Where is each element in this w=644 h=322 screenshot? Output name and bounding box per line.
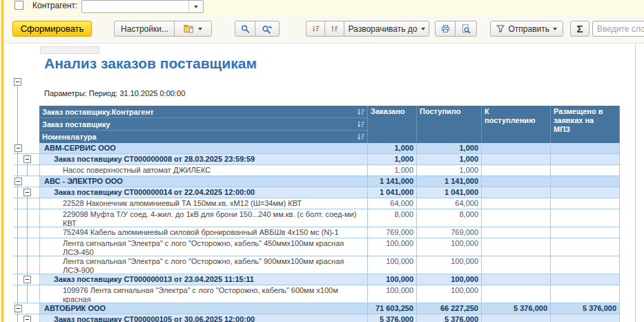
- row-ordered-cell[interactable]: 1 041,000: [367, 187, 416, 198]
- panel-splitter[interactable]: [0, 0, 6, 322]
- row-to-receive-cell[interactable]: [481, 154, 550, 164]
- expand-to-button[interactable]: Разворачивать до: [344, 21, 429, 37]
- row-to-receive-cell[interactable]: [481, 227, 550, 238]
- row-name-cell[interactable]: 229098 Муфта Т/У соед. 4-жил. до 1кВ для…: [39, 209, 367, 227]
- row-placed-cell[interactable]: [550, 187, 620, 198]
- row-to-receive-cell[interactable]: [481, 285, 550, 303]
- row-placed-cell[interactable]: [550, 154, 620, 164]
- header-to-receive[interactable]: К поступлению: [481, 106, 550, 143]
- table-row[interactable]: АВС - ЭЛЕКТРО ООО 1 141,000 1 141,000: [14, 176, 620, 187]
- collapse-group-button[interactable]: [14, 305, 22, 312]
- header-placed-in-requests[interactable]: Размещено в заявках на МПЗ: [550, 106, 620, 143]
- row-to-receive-cell[interactable]: [481, 187, 550, 198]
- print-button[interactable]: [435, 21, 456, 37]
- row-placed-cell[interactable]: [550, 143, 620, 153]
- row-received-cell[interactable]: 1 141,000: [416, 176, 481, 187]
- row-name-cell[interactable]: 22528 Наконечник алюминиевый ТА 150мм.кв…: [39, 198, 367, 209]
- header-received[interactable]: Поступило: [416, 106, 481, 143]
- sort-icon[interactable]: [357, 133, 365, 141]
- row-to-receive-cell[interactable]: [481, 314, 550, 322]
- row-ordered-cell[interactable]: 769,000: [367, 227, 416, 238]
- active-cell-cursor[interactable]: [40, 46, 99, 54]
- row-name-cell[interactable]: Заказ поставщику СТ000000014 от 22.04.20…: [39, 187, 367, 198]
- table-row[interactable]: 229098 Муфта Т/У соед. 4-жил. до 1кВ для…: [14, 209, 620, 227]
- row-placed-cell[interactable]: [550, 209, 620, 227]
- row-to-receive-cell[interactable]: 5 376,000: [481, 303, 550, 314]
- send-button[interactable]: Отправить: [490, 21, 563, 37]
- row-name-cell[interactable]: АВС - ЭЛЕКТРО ООО: [39, 176, 367, 187]
- table-row[interactable]: АВТОБРИК ООО 71 603,250 66 227,250 5 376…: [14, 303, 620, 314]
- row-name-cell[interactable]: Заказ поставщику СТ000000105 от 30.06.20…: [39, 314, 367, 322]
- row-placed-cell[interactable]: [550, 227, 620, 238]
- row-ordered-cell[interactable]: 1,000: [367, 143, 416, 153]
- collapse-group-button[interactable]: [23, 276, 31, 283]
- table-row[interactable]: АВМ-СЕРВИС ООО 1,000 1,000: [14, 143, 620, 154]
- row-received-cell[interactable]: 8,000: [416, 209, 481, 227]
- table-row[interactable]: Заказ поставщику СТ000000008 от 28.03.20…: [14, 154, 620, 165]
- row-name-cell[interactable]: АВМ-СЕРВИС ООО: [39, 143, 367, 153]
- table-row[interactable]: Лента сигнальная "Электра" с лого "Остор…: [14, 238, 620, 256]
- row-placed-cell[interactable]: [550, 314, 620, 322]
- row-received-cell[interactable]: 64,000: [416, 198, 481, 209]
- row-to-receive-cell[interactable]: [481, 165, 550, 176]
- row-ordered-cell[interactable]: 1 141,000: [367, 176, 416, 187]
- search-button[interactable]: [235, 21, 256, 37]
- sort-icon[interactable]: [357, 120, 365, 129]
- row-placed-cell[interactable]: [550, 285, 620, 303]
- row-placed-cell[interactable]: [550, 274, 620, 285]
- row-received-cell[interactable]: 1,000: [416, 154, 481, 164]
- collapse-group-button[interactable]: [14, 178, 22, 185]
- table-row[interactable]: Насос поверхностный автомат ДЖИЛЕКС 1,00…: [14, 165, 620, 176]
- contractor-dropdown-button[interactable]: [188, 1, 203, 12]
- row-placed-cell[interactable]: [550, 256, 620, 274]
- header-ordered[interactable]: Заказано: [367, 106, 416, 143]
- row-to-receive-cell[interactable]: [481, 238, 550, 256]
- row-placed-cell[interactable]: [550, 198, 620, 209]
- contractor-filter-checkbox[interactable]: [14, 1, 23, 10]
- row-received-cell[interactable]: 100,000: [416, 285, 481, 303]
- row-ordered-cell[interactable]: 100,000: [367, 285, 416, 303]
- collapse-group-button[interactable]: [23, 189, 31, 196]
- row-name-cell[interactable]: 109976 Лента сигнальная "Электра" с лого…: [39, 285, 367, 303]
- row-ordered-cell[interactable]: 1,000: [367, 154, 416, 164]
- row-name-cell[interactable]: Насос поверхностный автомат ДЖИЛЕКС: [39, 165, 367, 176]
- sort-icon[interactable]: [357, 108, 365, 116]
- row-ordered-cell[interactable]: 64,000: [367, 198, 416, 209]
- row-to-receive-cell[interactable]: [481, 274, 550, 285]
- generate-button[interactable]: Сформировать: [12, 21, 92, 37]
- row-ordered-cell[interactable]: 8,000: [367, 209, 416, 227]
- row-received-cell[interactable]: 100,000: [416, 238, 481, 256]
- collapse-report-button[interactable]: [14, 78, 21, 86]
- settings-button[interactable]: Настройки...: [114, 21, 175, 37]
- table-row[interactable]: 22528 Наконечник алюминиевый ТА 150мм.кв…: [14, 198, 620, 209]
- table-row[interactable]: 752494 Кабель алюминиевый силовой бронир…: [14, 227, 620, 238]
- row-placed-cell[interactable]: [550, 238, 620, 256]
- quick-search-input[interactable]: [592, 21, 644, 37]
- header-nomenclature[interactable]: Номенклатура: [39, 131, 367, 143]
- collapse-group-button[interactable]: [23, 155, 31, 163]
- row-received-cell[interactable]: 1,000: [416, 165, 481, 176]
- search-next-button[interactable]: [255, 21, 280, 37]
- row-name-cell[interactable]: Заказ поставщику СТ000000013 от 23.04.20…: [39, 274, 367, 285]
- row-ordered-cell[interactable]: 100,000: [367, 256, 416, 274]
- report-variants-button[interactable]: [174, 21, 212, 37]
- table-row[interactable]: 109976 Лента сигнальная "Электра" с лого…: [14, 285, 620, 303]
- row-received-cell[interactable]: 5 376,000: [416, 314, 481, 322]
- row-ordered-cell[interactable]: 1,000: [367, 165, 416, 176]
- row-received-cell[interactable]: 100,000: [416, 274, 481, 285]
- row-placed-cell[interactable]: 5 376,000: [550, 303, 620, 314]
- header-order[interactable]: Заказ поставщику: [39, 118, 367, 131]
- row-ordered-cell[interactable]: 100,000: [367, 238, 416, 256]
- row-to-receive-cell[interactable]: [481, 256, 550, 274]
- row-ordered-cell[interactable]: 100,000: [367, 274, 416, 285]
- print-preview-button[interactable]: [455, 21, 477, 37]
- row-received-cell[interactable]: 769,000: [416, 227, 481, 238]
- collapse-group-button[interactable]: [14, 144, 22, 152]
- contractor-filter-field[interactable]: [84, 1, 187, 12]
- contractor-filter-combo[interactable]: [81, 0, 204, 13]
- row-received-cell[interactable]: 66 227,250: [416, 303, 481, 314]
- table-row[interactable]: Заказ поставщику СТ000000105 от 30.06.20…: [14, 314, 620, 322]
- row-to-receive-cell[interactable]: [481, 198, 550, 209]
- row-ordered-cell[interactable]: 71 603,250: [367, 303, 416, 314]
- row-received-cell[interactable]: 1,000: [416, 143, 481, 153]
